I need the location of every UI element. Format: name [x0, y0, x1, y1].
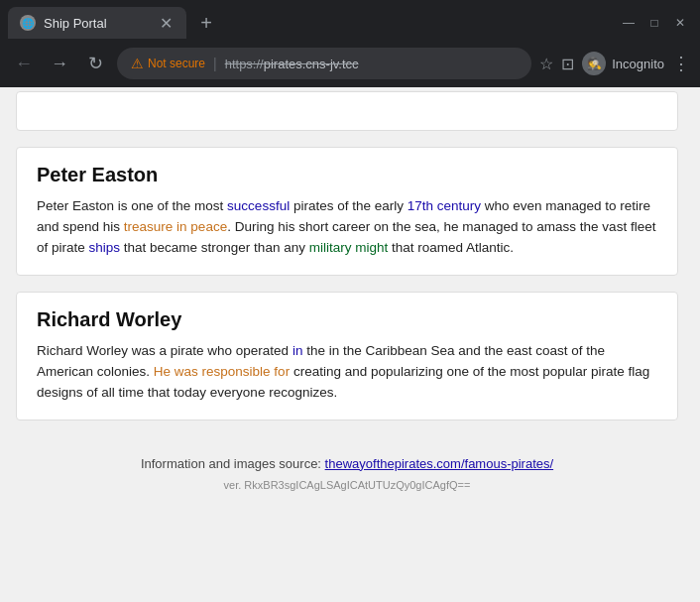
- new-tab-button[interactable]: +: [192, 9, 220, 37]
- page-content[interactable]: Peter Easton Peter Easton is one of the …: [0, 87, 700, 602]
- forward-button[interactable]: →: [46, 50, 73, 77]
- not-secure-label: Not secure: [148, 57, 205, 70]
- incognito-indicator: 🕵 Incognito: [582, 52, 664, 75]
- peter-easton-card: Peter Easton Peter Easton is one of the …: [16, 147, 678, 276]
- tab-bar: 🌐 Ship Portal ✕ + — □ ✕: [0, 0, 700, 40]
- incognito-label: Incognito: [612, 57, 664, 71]
- browser-chrome: 🌐 Ship Portal ✕ + — □ ✕ ← → ↻ ⚠ Not secu…: [0, 0, 700, 87]
- page-footer: Information and images source: thewayoft…: [16, 436, 678, 479]
- tab-title: Ship Portal: [44, 16, 149, 31]
- richard-worley-title: Richard Worley: [37, 308, 657, 331]
- footer-text: Information and images source:: [141, 456, 325, 471]
- warning-icon: ⚠: [131, 56, 144, 71]
- version-text: ver. RkxBR3sgICAgLSAgICAtUTUzQy0gICAgfQ=…: [16, 479, 678, 503]
- minimize-button[interactable]: —: [617, 11, 641, 35]
- chrome-menu-button[interactable]: ⋮: [672, 53, 690, 74]
- tab-close-button[interactable]: ✕: [157, 14, 175, 32]
- reader-mode-button[interactable]: ⊡: [561, 55, 574, 73]
- bookmark-button[interactable]: ☆: [539, 55, 553, 73]
- tab-favicon: 🌐: [20, 15, 36, 31]
- richard-worley-card: Richard Worley Richard Worley was a pira…: [16, 292, 678, 421]
- window-controls: — □ ✕: [617, 11, 692, 35]
- peter-easton-text: Peter Easton is one of the most successf…: [37, 196, 657, 259]
- peter-easton-title: Peter Easton: [37, 164, 657, 186]
- richard-worley-text: Richard Worley was a pirate who operated…: [37, 341, 657, 404]
- close-window-button[interactable]: ✕: [668, 11, 692, 35]
- maximize-button[interactable]: □: [642, 11, 666, 35]
- back-button[interactable]: ←: [10, 50, 38, 77]
- url-domain: pirates.cns-jv.tcc: [264, 57, 359, 71]
- security-indicator: ⚠ Not secure: [131, 56, 205, 71]
- url-text: https://pirates.cns-jv.tcc: [225, 57, 359, 71]
- incognito-icon: 🕵: [582, 52, 606, 75]
- partial-card: [16, 91, 678, 131]
- partial-card-title: [37, 98, 657, 121]
- content-inner: Peter Easton Peter Easton is one of the …: [0, 87, 694, 519]
- url-divider: |: [213, 56, 217, 71]
- refresh-button[interactable]: ↻: [81, 50, 109, 77]
- address-bar: ← → ↻ ⚠ Not secure | https://pirates.cns…: [0, 40, 700, 87]
- footer-link[interactable]: thewayofthepirates.com/famous-pirates/: [325, 456, 554, 471]
- url-input[interactable]: ⚠ Not secure | https://pirates.cns-jv.tc…: [117, 48, 531, 79]
- active-tab[interactable]: 🌐 Ship Portal ✕: [8, 7, 186, 39]
